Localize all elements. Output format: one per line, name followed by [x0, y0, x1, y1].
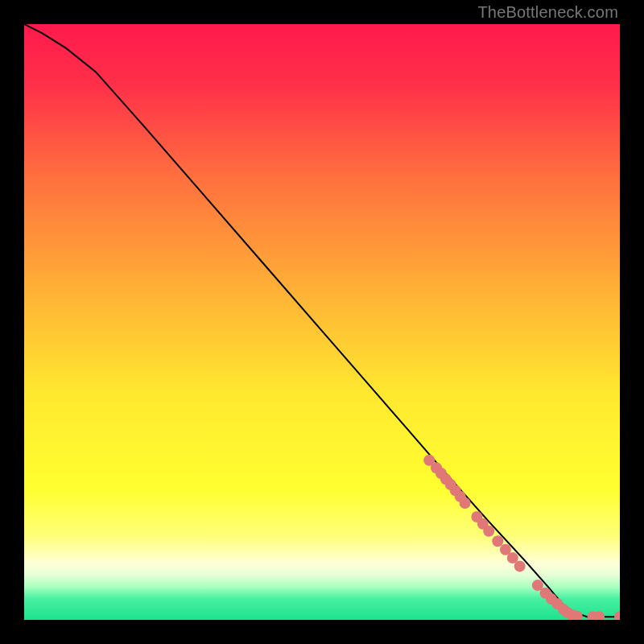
- data-marker: [483, 526, 494, 537]
- curve-line: [24, 24, 620, 617]
- data-marker: [614, 611, 620, 620]
- plot-area: [24, 24, 620, 620]
- chart-overlay: [24, 24, 620, 620]
- marker-group: [423, 455, 620, 620]
- data-marker: [492, 535, 503, 547]
- data-marker: [514, 560, 526, 572]
- data-marker: [460, 497, 471, 509]
- chart-frame: TheBottleneck.com: [0, 0, 644, 644]
- watermark-text: TheBottleneck.com: [477, 3, 618, 22]
